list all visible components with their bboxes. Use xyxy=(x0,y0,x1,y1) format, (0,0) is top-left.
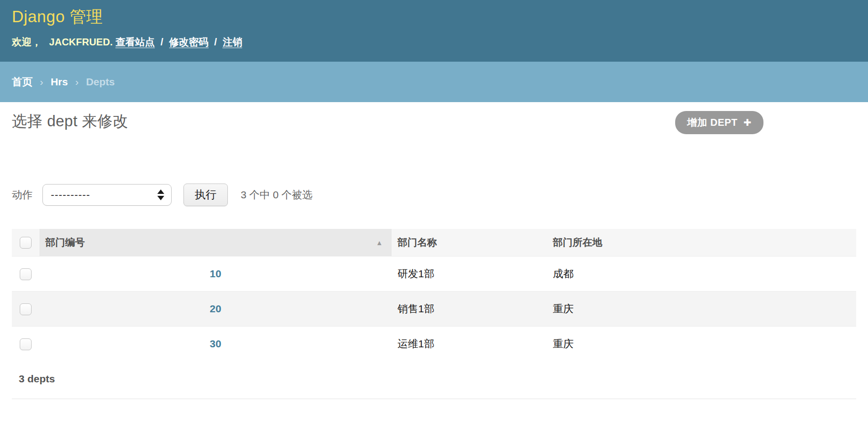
change-password-link[interactable]: 修改密码 xyxy=(169,37,209,48)
add-dept-button[interactable]: 增加 DEPT ✚ xyxy=(675,111,763,134)
dept-location-cell: 成都 xyxy=(547,257,856,292)
select-all-checkbox[interactable] xyxy=(20,237,32,249)
action-select-value: ---------- xyxy=(51,189,90,201)
actions-bar: 动作 ---------- 执行 3 个中 0 个被选 xyxy=(12,184,856,206)
dept-name-cell: 研发1部 xyxy=(392,257,547,292)
dept-no-link[interactable]: 20 xyxy=(210,303,221,314)
object-tools: 增加 DEPT ✚ xyxy=(675,111,763,134)
column-header-dept-no-label: 部门编号 xyxy=(45,236,85,249)
dept-no-link[interactable]: 30 xyxy=(210,338,221,349)
table-header-row: 部门编号 ▲ 部门名称 部门所在地 xyxy=(12,229,856,257)
column-header-dept-no[interactable]: 部门编号 ▲ xyxy=(39,229,392,257)
breadcrumb-current: Depts xyxy=(86,76,114,87)
row-checkbox[interactable] xyxy=(20,303,32,315)
username: JACKFRUED. xyxy=(49,37,113,47)
add-dept-button-label: 增加 DEPT xyxy=(687,116,737,129)
table-row: 20 销售1部 重庆 xyxy=(12,292,856,327)
column-header-dept-name-label: 部门名称 xyxy=(398,237,437,248)
main-content: 选择 dept 来修改 增加 DEPT ✚ 动作 ---------- 执行 3… xyxy=(0,111,868,399)
sort-ascending-icon: ▲ xyxy=(376,239,383,247)
dept-name-cell: 运维1部 xyxy=(392,327,547,362)
table-row: 10 研发1部 成都 xyxy=(12,257,856,292)
action-select[interactable]: ---------- xyxy=(42,184,172,206)
content-header: 选择 dept 来修改 增加 DEPT ✚ xyxy=(12,111,856,134)
dept-no-link[interactable]: 10 xyxy=(210,268,221,279)
site-header: Django 管理 欢迎， JACKFRUED. 查看站点 / 修改密码 / 注… xyxy=(0,0,868,62)
breadcrumb: 首页 › Hrs › Depts xyxy=(0,62,868,102)
dept-name-cell: 销售1部 xyxy=(392,292,547,327)
site-title-link[interactable]: Django 管理 xyxy=(12,5,103,29)
welcome-text: 欢迎， xyxy=(12,37,41,47)
user-tools: 欢迎， JACKFRUED. 查看站点 / 修改密码 / 注销 xyxy=(12,36,856,49)
link-separator: / xyxy=(214,37,217,47)
view-site-link[interactable]: 查看站点 xyxy=(115,37,155,48)
paginator-count: 3 depts xyxy=(12,361,856,399)
select-all-cell xyxy=(12,229,39,257)
breadcrumb-separator-icon: › xyxy=(40,76,43,87)
plus-icon: ✚ xyxy=(744,118,752,127)
link-separator: / xyxy=(161,37,164,47)
row-checkbox[interactable] xyxy=(20,338,32,350)
page-title: 选择 dept 来修改 xyxy=(12,111,128,132)
logout-link[interactable]: 注销 xyxy=(222,37,242,48)
table-row: 30 运维1部 重庆 xyxy=(12,327,856,362)
breadcrumb-home-link[interactable]: 首页 xyxy=(12,76,33,87)
dept-location-cell: 重庆 xyxy=(547,292,856,327)
column-header-dept-location[interactable]: 部门所在地 xyxy=(547,229,856,257)
results-table: 部门编号 ▲ 部门名称 部门所在地 10 研发1部 xyxy=(12,229,856,361)
select-spinner-icon xyxy=(157,189,164,200)
dept-location-cell: 重庆 xyxy=(547,327,856,362)
column-header-dept-name[interactable]: 部门名称 xyxy=(392,229,547,257)
go-button[interactable]: 执行 xyxy=(183,184,228,206)
actions-label: 动作 xyxy=(12,188,33,202)
column-header-dept-location-label: 部门所在地 xyxy=(553,237,602,248)
selection-counter: 3 个中 0 个被选 xyxy=(241,188,313,202)
row-checkbox[interactable] xyxy=(20,268,32,280)
breadcrumb-separator-icon: › xyxy=(75,76,79,87)
change-list: 部门编号 ▲ 部门名称 部门所在地 10 研发1部 xyxy=(12,229,856,399)
breadcrumb-app-link[interactable]: Hrs xyxy=(51,76,68,87)
